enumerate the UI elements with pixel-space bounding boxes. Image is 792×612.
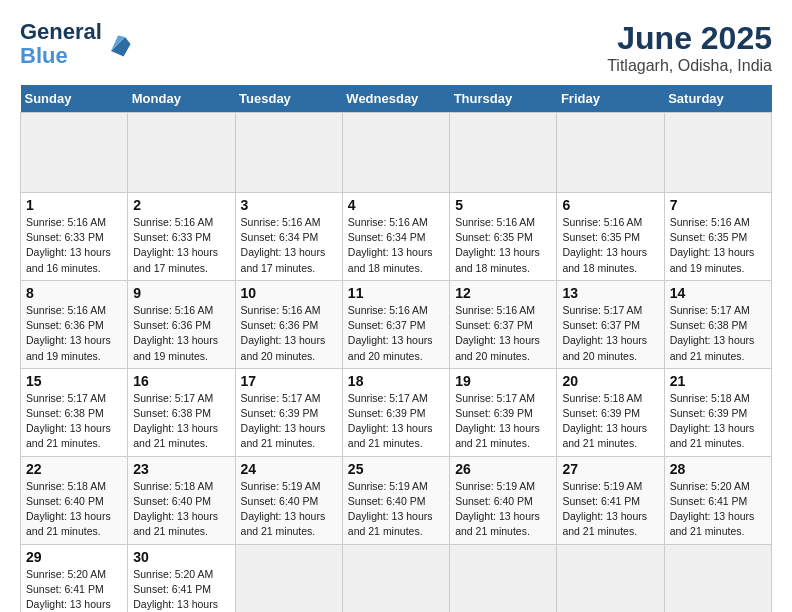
calendar-cell: 28Sunrise: 5:20 AMSunset: 6:41 PMDayligh…	[664, 456, 771, 544]
day-number: 29	[26, 549, 122, 565]
day-info: Sunrise: 5:18 AMSunset: 6:40 PMDaylight:…	[26, 479, 122, 540]
calendar-cell: 8Sunrise: 5:16 AMSunset: 6:36 PMDaylight…	[21, 280, 128, 368]
calendar-cell: 22Sunrise: 5:18 AMSunset: 6:40 PMDayligh…	[21, 456, 128, 544]
day-number: 12	[455, 285, 551, 301]
day-number: 4	[348, 197, 444, 213]
logo-icon	[104, 30, 132, 58]
day-number: 27	[562, 461, 658, 477]
day-info: Sunrise: 5:17 AMSunset: 6:38 PMDaylight:…	[670, 303, 766, 364]
calendar-cell: 12Sunrise: 5:16 AMSunset: 6:37 PMDayligh…	[450, 280, 557, 368]
logo: GeneralBlue	[20, 20, 132, 68]
day-header-monday: Monday	[128, 85, 235, 113]
day-info: Sunrise: 5:17 AMSunset: 6:39 PMDaylight:…	[348, 391, 444, 452]
calendar-cell: 11Sunrise: 5:16 AMSunset: 6:37 PMDayligh…	[342, 280, 449, 368]
page-header: GeneralBlue June 2025 Titlagarh, Odisha,…	[20, 20, 772, 75]
calendar-cell	[450, 113, 557, 193]
day-number: 16	[133, 373, 229, 389]
calendar-cell: 6Sunrise: 5:16 AMSunset: 6:35 PMDaylight…	[557, 193, 664, 281]
calendar-cell: 19Sunrise: 5:17 AMSunset: 6:39 PMDayligh…	[450, 368, 557, 456]
day-info: Sunrise: 5:16 AMSunset: 6:37 PMDaylight:…	[455, 303, 551, 364]
day-number: 5	[455, 197, 551, 213]
day-number: 8	[26, 285, 122, 301]
day-info: Sunrise: 5:17 AMSunset: 6:38 PMDaylight:…	[26, 391, 122, 452]
calendar-table: SundayMondayTuesdayWednesdayThursdayFrid…	[20, 85, 772, 612]
calendar-cell: 17Sunrise: 5:17 AMSunset: 6:39 PMDayligh…	[235, 368, 342, 456]
sub-title: Titlagarh, Odisha, India	[607, 57, 772, 75]
day-header-sunday: Sunday	[21, 85, 128, 113]
calendar-cell: 30Sunrise: 5:20 AMSunset: 6:41 PMDayligh…	[128, 544, 235, 612]
day-number: 15	[26, 373, 122, 389]
day-info: Sunrise: 5:17 AMSunset: 6:39 PMDaylight:…	[241, 391, 337, 452]
calendar-cell: 10Sunrise: 5:16 AMSunset: 6:36 PMDayligh…	[235, 280, 342, 368]
calendar-cell	[342, 544, 449, 612]
day-info: Sunrise: 5:16 AMSunset: 6:33 PMDaylight:…	[133, 215, 229, 276]
calendar-cell	[342, 113, 449, 193]
calendar-cell	[235, 113, 342, 193]
calendar-header-row: SundayMondayTuesdayWednesdayThursdayFrid…	[21, 85, 772, 113]
calendar-cell: 3Sunrise: 5:16 AMSunset: 6:34 PMDaylight…	[235, 193, 342, 281]
day-info: Sunrise: 5:16 AMSunset: 6:35 PMDaylight:…	[455, 215, 551, 276]
calendar-week-row: 15Sunrise: 5:17 AMSunset: 6:38 PMDayligh…	[21, 368, 772, 456]
calendar-cell: 25Sunrise: 5:19 AMSunset: 6:40 PMDayligh…	[342, 456, 449, 544]
day-info: Sunrise: 5:18 AMSunset: 6:39 PMDaylight:…	[562, 391, 658, 452]
day-info: Sunrise: 5:16 AMSunset: 6:34 PMDaylight:…	[241, 215, 337, 276]
calendar-cell	[450, 544, 557, 612]
day-number: 13	[562, 285, 658, 301]
day-info: Sunrise: 5:19 AMSunset: 6:40 PMDaylight:…	[241, 479, 337, 540]
calendar-week-row: 29Sunrise: 5:20 AMSunset: 6:41 PMDayligh…	[21, 544, 772, 612]
day-info: Sunrise: 5:16 AMSunset: 6:36 PMDaylight:…	[133, 303, 229, 364]
day-number: 19	[455, 373, 551, 389]
day-number: 24	[241, 461, 337, 477]
day-number: 22	[26, 461, 122, 477]
calendar-body: 1Sunrise: 5:16 AMSunset: 6:33 PMDaylight…	[21, 113, 772, 613]
day-info: Sunrise: 5:16 AMSunset: 6:36 PMDaylight:…	[26, 303, 122, 364]
calendar-cell: 18Sunrise: 5:17 AMSunset: 6:39 PMDayligh…	[342, 368, 449, 456]
calendar-cell: 23Sunrise: 5:18 AMSunset: 6:40 PMDayligh…	[128, 456, 235, 544]
calendar-cell: 21Sunrise: 5:18 AMSunset: 6:39 PMDayligh…	[664, 368, 771, 456]
day-info: Sunrise: 5:20 AMSunset: 6:41 PMDaylight:…	[26, 567, 122, 613]
calendar-cell: 15Sunrise: 5:17 AMSunset: 6:38 PMDayligh…	[21, 368, 128, 456]
day-number: 25	[348, 461, 444, 477]
calendar-cell: 26Sunrise: 5:19 AMSunset: 6:40 PMDayligh…	[450, 456, 557, 544]
calendar-cell: 27Sunrise: 5:19 AMSunset: 6:41 PMDayligh…	[557, 456, 664, 544]
day-info: Sunrise: 5:19 AMSunset: 6:40 PMDaylight:…	[348, 479, 444, 540]
day-info: Sunrise: 5:17 AMSunset: 6:38 PMDaylight:…	[133, 391, 229, 452]
day-number: 18	[348, 373, 444, 389]
day-number: 28	[670, 461, 766, 477]
day-info: Sunrise: 5:18 AMSunset: 6:39 PMDaylight:…	[670, 391, 766, 452]
day-header-thursday: Thursday	[450, 85, 557, 113]
calendar-cell: 24Sunrise: 5:19 AMSunset: 6:40 PMDayligh…	[235, 456, 342, 544]
day-info: Sunrise: 5:19 AMSunset: 6:41 PMDaylight:…	[562, 479, 658, 540]
day-number: 2	[133, 197, 229, 213]
calendar-cell	[664, 113, 771, 193]
day-number: 10	[241, 285, 337, 301]
day-info: Sunrise: 5:16 AMSunset: 6:34 PMDaylight:…	[348, 215, 444, 276]
day-info: Sunrise: 5:18 AMSunset: 6:40 PMDaylight:…	[133, 479, 229, 540]
day-number: 17	[241, 373, 337, 389]
day-number: 23	[133, 461, 229, 477]
calendar-cell: 13Sunrise: 5:17 AMSunset: 6:37 PMDayligh…	[557, 280, 664, 368]
day-info: Sunrise: 5:16 AMSunset: 6:37 PMDaylight:…	[348, 303, 444, 364]
day-number: 11	[348, 285, 444, 301]
calendar-cell: 4Sunrise: 5:16 AMSunset: 6:34 PMDaylight…	[342, 193, 449, 281]
day-number: 3	[241, 197, 337, 213]
day-info: Sunrise: 5:16 AMSunset: 6:35 PMDaylight:…	[562, 215, 658, 276]
day-number: 1	[26, 197, 122, 213]
day-number: 7	[670, 197, 766, 213]
day-info: Sunrise: 5:20 AMSunset: 6:41 PMDaylight:…	[133, 567, 229, 613]
calendar-cell	[664, 544, 771, 612]
day-header-saturday: Saturday	[664, 85, 771, 113]
main-title: June 2025	[607, 20, 772, 57]
day-header-tuesday: Tuesday	[235, 85, 342, 113]
day-info: Sunrise: 5:17 AMSunset: 6:39 PMDaylight:…	[455, 391, 551, 452]
day-info: Sunrise: 5:20 AMSunset: 6:41 PMDaylight:…	[670, 479, 766, 540]
calendar-cell: 2Sunrise: 5:16 AMSunset: 6:33 PMDaylight…	[128, 193, 235, 281]
calendar-cell: 9Sunrise: 5:16 AMSunset: 6:36 PMDaylight…	[128, 280, 235, 368]
calendar-cell: 20Sunrise: 5:18 AMSunset: 6:39 PMDayligh…	[557, 368, 664, 456]
calendar-cell	[557, 544, 664, 612]
calendar-cell	[21, 113, 128, 193]
day-header-friday: Friday	[557, 85, 664, 113]
calendar-week-row: 1Sunrise: 5:16 AMSunset: 6:33 PMDaylight…	[21, 193, 772, 281]
calendar-cell: 1Sunrise: 5:16 AMSunset: 6:33 PMDaylight…	[21, 193, 128, 281]
day-number: 30	[133, 549, 229, 565]
